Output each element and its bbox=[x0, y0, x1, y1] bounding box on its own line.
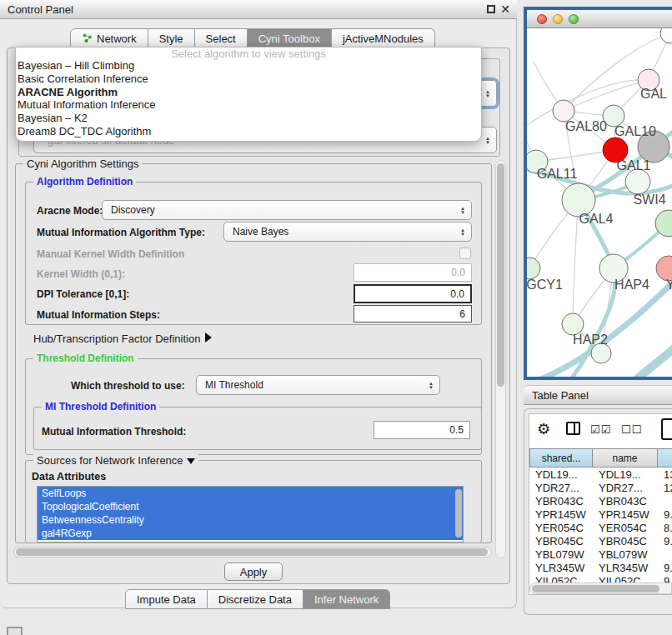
manual-kernel-checkbox[interactable] bbox=[459, 248, 471, 259]
table-row[interactable]: YDL19...YDL19...13 bbox=[529, 468, 672, 481]
data-attributes-label: Data Attributes bbox=[32, 471, 106, 482]
table-cell: 9. bbox=[658, 508, 672, 521]
tab-network[interactable]: Network bbox=[70, 28, 148, 48]
attribute-item[interactable]: gal4RGexp bbox=[38, 527, 463, 540]
tab-jactivemnodules[interactable]: jActiveMNodules bbox=[332, 28, 435, 48]
deselect-all-icon[interactable]: ☐☐ bbox=[621, 423, 642, 436]
table-cell: YDR27... bbox=[529, 481, 593, 494]
manual-kernel-label: Manual Kernel Width Definition bbox=[37, 248, 184, 260]
node-label-gal10: GAL10 bbox=[614, 124, 656, 138]
tab-style[interactable]: Style bbox=[148, 28, 195, 48]
combo-arrows-icon: ▲▼ bbox=[429, 382, 434, 389]
bottom-tabs: Impute DataDiscretize DataInfer Network bbox=[125, 589, 390, 609]
popup-item[interactable]: ARACNE Algorithm bbox=[16, 86, 481, 99]
table-cell: YBR043C bbox=[593, 494, 658, 508]
table-cell: 12 bbox=[658, 481, 672, 494]
table-cell: YBL079W bbox=[593, 548, 658, 561]
table-row[interactable]: YER054CYER054C8. bbox=[529, 521, 672, 534]
columns-icon[interactable] bbox=[566, 422, 580, 435]
tab-infer-network[interactable]: Infer Network bbox=[303, 589, 390, 609]
tab-select[interactable]: Select bbox=[195, 28, 248, 48]
node-label-hap2: HAP2 bbox=[573, 332, 608, 347]
node-label-gal4: GAL4 bbox=[579, 212, 614, 226]
which-threshold-combobox[interactable]: MI Threshold ▲▼ bbox=[196, 375, 440, 395]
control-panel-titlebar[interactable]: Control Panel ✕ bbox=[0, 0, 517, 19]
table-hscrollbar-track[interactable] bbox=[529, 582, 672, 594]
popup-item[interactable]: Basic Correlation Inference bbox=[16, 72, 481, 86]
tab-cyni-toolbox[interactable]: Cyni Toolbox bbox=[248, 28, 332, 48]
table-cell: 8. bbox=[658, 521, 672, 534]
kernel-width-label: Kernel Width (0,1): bbox=[37, 268, 125, 280]
node-label-y: Y bbox=[666, 278, 672, 292]
popup-item[interactable]: Bayesian – K2 bbox=[16, 112, 481, 125]
tab-discretize-data[interactable]: Discretize Data bbox=[208, 589, 303, 609]
expand-arrow-icon[interactable] bbox=[205, 332, 212, 342]
control-panel-tabs: NetworkStyleSelectCyni ToolboxjActiveMNo… bbox=[70, 28, 435, 48]
network-node[interactable] bbox=[660, 28, 672, 43]
table-panel-titlebar[interactable]: Table Panel bbox=[524, 385, 672, 405]
combo-arrows-icon: ▲▼ bbox=[460, 228, 465, 236]
tab-label: Style bbox=[159, 32, 183, 48]
table-row[interactable]: YBR045CYBR045C9. bbox=[529, 534, 672, 548]
mi-threshold-definition-title: MI Threshold Definition bbox=[42, 401, 159, 412]
table-hscrollbar-thumb[interactable] bbox=[532, 585, 659, 592]
settings-vscrollbar-track[interactable] bbox=[495, 160, 506, 558]
table-cell: 9. bbox=[658, 561, 672, 574]
attribute-item[interactable]: TopologicalCoefficient bbox=[38, 500, 463, 513]
settings-hscrollbar-track[interactable] bbox=[13, 547, 492, 558]
network-canvas[interactable]: GALGAL80GAL10GAL1GAL11SWI4GAL4GCY1HAP4YH… bbox=[527, 28, 672, 377]
close-traffic-light-icon[interactable] bbox=[537, 14, 547, 24]
dpi-tolerance-field[interactable]: 0.0 bbox=[354, 284, 472, 303]
node-label-gal11: GAL11 bbox=[537, 167, 578, 181]
combo-arrows-icon: ▲▼ bbox=[460, 207, 465, 214]
attribute-item[interactable]: SelfLoops bbox=[38, 487, 463, 500]
aracne-mode-combobox[interactable]: Discovery ▲▼ bbox=[102, 200, 472, 220]
attribute-item[interactable]: BetweennessCentrality bbox=[38, 513, 463, 527]
column-header[interactable]: shared... bbox=[529, 448, 593, 468]
mi-threshold-value: 0.5 bbox=[449, 424, 464, 436]
zoom-traffic-light-icon[interactable] bbox=[569, 14, 579, 24]
popup-item[interactable]: Dream8 DC_TDC Algorithm bbox=[16, 125, 481, 138]
node-label-gcy1: GCY1 bbox=[527, 278, 563, 292]
file-icon[interactable] bbox=[661, 418, 672, 440]
data-attributes-list[interactable]: SelfLoopsTopologicalCoefficientBetweenne… bbox=[37, 486, 464, 542]
sources-title[interactable]: Sources for Network Inference bbox=[33, 454, 198, 467]
select-all-icon[interactable]: ☑☑ bbox=[590, 423, 611, 436]
tab-label: Network bbox=[97, 32, 137, 48]
hub-definition-label[interactable]: Hub/Transcription Factor Definition bbox=[33, 332, 200, 345]
table-row[interactable]: YBL079WYBL079W bbox=[529, 548, 672, 561]
float-window-icon[interactable] bbox=[487, 5, 495, 13]
column-header[interactable]: name bbox=[593, 448, 658, 468]
settings-vscrollbar-thumb[interactable] bbox=[497, 163, 504, 387]
mi-steps-field[interactable]: 6 bbox=[354, 305, 472, 322]
network-node-gcy1[interactable] bbox=[527, 258, 540, 279]
minimized-panel-stub[interactable] bbox=[7, 627, 23, 635]
table-cell: YBR045C bbox=[529, 534, 593, 548]
apply-button[interactable]: Apply bbox=[224, 562, 283, 581]
attribute-list-scrollbar[interactable] bbox=[455, 489, 462, 538]
collapse-arrow-icon[interactable] bbox=[187, 458, 195, 464]
table-row[interactable]: YDR27...YDR27...12 bbox=[529, 481, 672, 494]
network-window-titlebar[interactable] bbox=[527, 10, 672, 28]
network-node-swi4[interactable] bbox=[625, 169, 650, 194]
threshold-definition-title: Threshold Definition bbox=[33, 352, 138, 364]
table-row[interactable]: YBR043CYBR043C bbox=[529, 494, 672, 508]
mi-type-combobox[interactable]: Naive Bayes ▲▼ bbox=[223, 222, 472, 242]
settings-hscrollbar-thumb[interactable] bbox=[16, 548, 488, 556]
table-cell: YDL19... bbox=[593, 468, 658, 481]
mi-threshold-field[interactable]: 0.5 bbox=[374, 421, 470, 439]
gear-icon[interactable]: ⚙ bbox=[537, 420, 550, 438]
popup-hint: Select algorithm to view settings bbox=[16, 48, 481, 59]
table-cell: 13 bbox=[658, 468, 672, 481]
kernel-width-value: 0.0 bbox=[451, 267, 465, 278]
popup-item[interactable]: Mutual Information Inference bbox=[16, 98, 481, 112]
tab-impute-data[interactable]: Impute Data bbox=[125, 589, 208, 609]
minimize-traffic-light-icon[interactable] bbox=[553, 14, 563, 24]
table-row[interactable]: YPR145WYPR145W9. bbox=[529, 508, 672, 521]
popup-item[interactable]: Bayesian – Hill Climbing bbox=[16, 59, 481, 72]
which-threshold-value: MI Threshold bbox=[205, 379, 263, 391]
table-row[interactable]: YLR345WYLR345W9. bbox=[529, 561, 672, 574]
close-window-icon[interactable]: ✕ bbox=[500, 4, 510, 14]
kernel-width-field[interactable]: 0.0 bbox=[354, 263, 472, 282]
column-header[interactable]: A bbox=[658, 448, 672, 468]
